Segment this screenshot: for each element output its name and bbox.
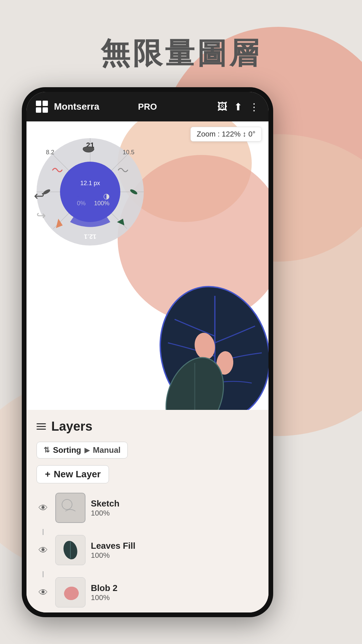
- rotation-value: 0°: [248, 130, 255, 138]
- leaves-thumb-svg: [59, 538, 82, 562]
- sorting-mode: Manual: [93, 445, 121, 455]
- layer-item[interactable]: 👁 Sketch 100%: [37, 493, 258, 523]
- radial-opacity-left: 0%: [77, 200, 85, 207]
- radial-top-value: 21: [86, 141, 94, 150]
- sort-arrows-icon: ⇅: [44, 446, 50, 454]
- layer-info-blob2: Blob 2 100%: [91, 583, 117, 602]
- radial-menu[interactable]: 21 8.2 10.5: [37, 138, 144, 246]
- app-grid-icon[interactable]: [36, 101, 48, 113]
- layer-opacity: 100%: [91, 593, 117, 602]
- gallery-icon[interactable]: 🖼: [217, 101, 227, 112]
- hamburger-icon[interactable]: [37, 423, 46, 430]
- phone-screen: Montserra PRO 🖼 ⬆ ⋮ Zoom : 122% ↕ 0°: [26, 92, 268, 612]
- layer-thumb-leaves: [55, 535, 85, 565]
- app-name: Montserra: [54, 101, 211, 112]
- page-title: 無限量圖層: [0, 34, 362, 73]
- layers-panel: Layers ⇅ Sorting ▶ Manual + New Layer: [26, 410, 268, 612]
- visibility-icon-sketch[interactable]: 👁: [37, 502, 50, 514]
- pro-badge: PRO: [138, 102, 157, 112]
- sorting-button[interactable]: ⇅ Sorting ▶ Manual: [37, 442, 258, 465]
- leaf-2-illustration: [161, 336, 228, 410]
- layers-header: Layers: [37, 419, 258, 434]
- layer-opacity: 100%: [91, 551, 135, 560]
- sorting-label: Sorting: [53, 445, 81, 455]
- layer-name: Blob 2: [91, 583, 117, 593]
- zoom-value: 122%: [222, 130, 240, 138]
- layer-thumb-sketch: [55, 493, 85, 523]
- layer-thumb-blob2: [55, 577, 85, 607]
- sketch-thumb-svg: [59, 496, 82, 520]
- radial-opacity-right: 100%: [94, 200, 110, 207]
- layer-name: Leaves Fill: [91, 541, 135, 551]
- layer-info-sketch: Sketch 100%: [91, 498, 119, 518]
- layer-item[interactable]: 👁 Leaves Fill 100%: [37, 535, 258, 565]
- redo-button[interactable]: ↩: [37, 209, 46, 222]
- zoom-label: Zoom :: [197, 130, 220, 138]
- radial-size-label: 12.1 px: [80, 180, 100, 187]
- zoom-indicator: Zoom : 122% ↕ 0°: [190, 127, 262, 142]
- visibility-icon-blob2[interactable]: 👁: [37, 587, 50, 598]
- layer-connector: [43, 529, 44, 535]
- layer-item[interactable]: 👁 Blob 2 100%: [37, 577, 258, 607]
- canvas-area[interactable]: Zoom : 122% ↕ 0°: [26, 121, 268, 410]
- thumb-content: [56, 493, 85, 522]
- radial-inner-circle[interactable]: 12.1 px 〜 ◑ 0% 100%: [60, 162, 120, 222]
- phone-frame: Montserra PRO 🖼 ⬆ ⋮ Zoom : 122% ↕ 0°: [22, 87, 273, 617]
- new-layer-button-wrapper[interactable]: + New Layer: [37, 465, 258, 493]
- share-icon[interactable]: ⬆: [234, 101, 242, 113]
- new-layer-label: New Layer: [54, 469, 101, 480]
- layer-connector: [43, 571, 44, 577]
- blob2-thumb-svg: [59, 581, 82, 604]
- radial-bottom-label: 12.1: [84, 233, 97, 240]
- radial-tl-value: 8.2: [46, 149, 54, 156]
- top-bar-actions: 🖼 ⬆ ⋮: [217, 101, 259, 113]
- half-circle-icon: ◑: [103, 192, 110, 201]
- layer-opacity: 100%: [91, 509, 119, 518]
- more-icon[interactable]: ⋮: [249, 101, 259, 113]
- thumb-content: [56, 535, 85, 565]
- undo-button[interactable]: ↩: [34, 189, 45, 203]
- new-layer-button[interactable]: + New Layer: [37, 465, 109, 483]
- radial-tr-value: 10.5: [123, 149, 134, 156]
- visibility-icon-leaves[interactable]: 👁: [37, 545, 50, 556]
- thumb-content: [56, 578, 85, 607]
- sorting-play-icon: ▶: [84, 446, 89, 454]
- top-bar: Montserra PRO 🖼 ⬆ ⋮: [26, 92, 268, 121]
- layer-name: Sketch: [91, 498, 119, 509]
- layer-info-leaves: Leaves Fill 100%: [91, 541, 135, 560]
- layers-title: Layers: [51, 419, 93, 434]
- plus-icon: +: [45, 469, 50, 480]
- zoom-icon: ↕: [243, 130, 248, 138]
- sorting-control[interactable]: ⇅ Sorting ▶ Manual: [37, 442, 128, 459]
